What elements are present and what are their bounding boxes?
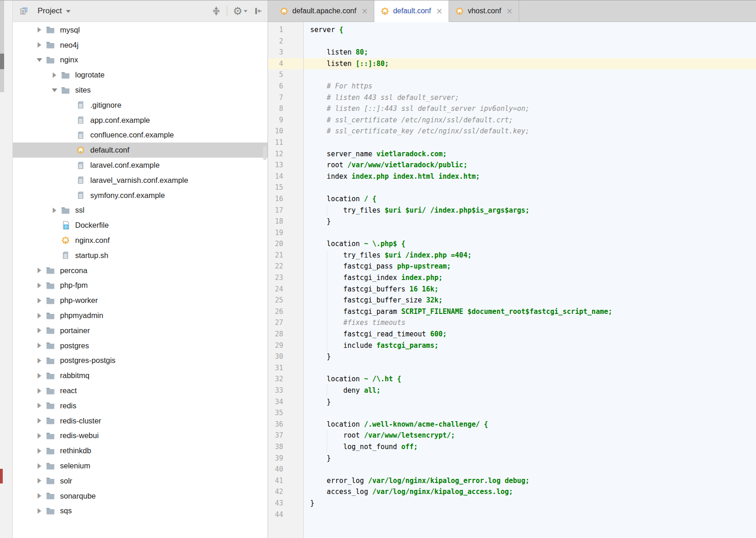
line-number[interactable]: 25 xyxy=(268,295,303,306)
line-number[interactable]: 40 xyxy=(268,464,303,475)
line-number[interactable]: 22 xyxy=(268,261,303,272)
code-line-28[interactable]: fastcgi_read_timeout 600; xyxy=(304,329,756,340)
code-line-5[interactable] xyxy=(304,69,756,81)
tree-item-percona[interactable]: percona xyxy=(13,263,268,278)
line-number[interactable]: 15 xyxy=(268,182,303,193)
code-line-24[interactable]: fastcgi_buffers 16 16k; xyxy=(304,284,756,295)
editor-gutter[interactable]: 1234567891011121314151617181920212223242… xyxy=(268,22,304,538)
tree-item-laravel-varnish-conf-example[interactable]: laravel_varnish.conf.example xyxy=(13,173,268,188)
code-line-35[interactable] xyxy=(304,407,756,419)
collapse-all-icon[interactable] xyxy=(211,6,221,16)
tree-item-phpmyadmin[interactable]: phpmyadmin xyxy=(13,308,268,323)
expand-arrow-icon[interactable] xyxy=(36,358,43,363)
code-area[interactable]: server { listen 80; listen [::]:80; # Fo… xyxy=(304,22,756,538)
line-number[interactable]: 12 xyxy=(268,148,303,160)
expand-arrow-icon[interactable] xyxy=(36,27,43,33)
tree-item-redis-cluster[interactable]: redis-cluster xyxy=(13,413,268,428)
line-number[interactable]: 11 xyxy=(268,137,303,148)
line-number[interactable]: 13 xyxy=(268,159,303,171)
tree-item-rethinkdb[interactable]: rethinkdb xyxy=(13,443,268,458)
line-number[interactable]: 6 xyxy=(268,81,303,92)
tree-item-confluence-conf-example[interactable]: confluence.conf.example xyxy=(13,128,268,143)
expand-arrow-icon[interactable] xyxy=(36,403,43,408)
code-line-32[interactable]: location ~ /\.ht { xyxy=(304,373,756,385)
tree-item--gitignore[interactable]: .gitignore xyxy=(13,98,268,113)
line-number[interactable]: 21 xyxy=(268,250,303,261)
expand-arrow-icon[interactable] xyxy=(36,418,43,423)
line-number[interactable]: 39 xyxy=(268,453,303,464)
tree-item-postgres-postgis[interactable]: postgres-postgis xyxy=(13,353,268,368)
line-number[interactable]: 17 xyxy=(268,205,303,216)
code-line-34[interactable]: } xyxy=(304,396,756,408)
line-number[interactable]: 28 xyxy=(268,329,303,340)
line-number[interactable]: 41 xyxy=(268,475,303,487)
code-line-26[interactable]: fastcgi_param SCRIPT_FILENAME $document_… xyxy=(304,306,756,318)
code-line-31[interactable] xyxy=(304,362,756,374)
tree-item-sqs[interactable]: sqs xyxy=(13,504,268,519)
code-line-17[interactable]: try_files $uri $uri/ /index.php$is_args$… xyxy=(304,205,756,216)
expand-arrow-icon[interactable] xyxy=(36,268,43,273)
tree-item-laravel-conf-example[interactable]: laravel.conf.example xyxy=(13,158,268,173)
line-number[interactable]: 14 xyxy=(268,171,303,182)
expand-arrow-icon[interactable] xyxy=(36,433,43,439)
expand-arrow-icon[interactable] xyxy=(36,313,43,318)
expand-arrow-icon[interactable] xyxy=(36,328,43,333)
line-number[interactable]: 38 xyxy=(268,441,303,453)
settings-gear-icon[interactable]: ⚙ xyxy=(233,6,247,16)
expand-arrow-icon[interactable] xyxy=(36,463,43,469)
expand-arrow-icon[interactable] xyxy=(36,448,43,454)
code-line-7[interactable]: # listen 443 ssl default_server; xyxy=(304,92,756,104)
tool-window-stripe[interactable] xyxy=(0,0,13,538)
line-number[interactable]: 3 xyxy=(268,47,303,58)
close-icon[interactable]: × xyxy=(436,7,443,15)
line-number[interactable]: 30 xyxy=(268,351,303,362)
code-line-29[interactable]: include fastcgi_params; xyxy=(304,340,756,351)
code-line-9[interactable]: # ssl_certificate /etc/nginx/ssl/default… xyxy=(304,115,756,126)
line-number[interactable]: 10 xyxy=(268,126,303,137)
expand-arrow-icon[interactable] xyxy=(51,208,58,213)
code-line-39[interactable]: } xyxy=(304,453,756,464)
tab-default-conf[interactable]: default.conf× xyxy=(374,0,449,22)
line-number[interactable]: 27 xyxy=(268,317,303,329)
expand-arrow-icon[interactable] xyxy=(36,388,43,394)
tree-item-nginx-conf[interactable]: nginx.conf xyxy=(13,233,268,248)
hide-panel-icon[interactable] xyxy=(253,6,263,16)
tree-item-solr[interactable]: solr xyxy=(13,473,268,489)
tree-item-portainer[interactable]: portainer xyxy=(13,323,268,338)
code-line-6[interactable]: # For https xyxy=(304,81,756,92)
line-number[interactable]: 8 xyxy=(268,103,303,115)
code-line-21[interactable]: try_files $uri /index.php =404; xyxy=(304,250,756,261)
expand-arrow-icon[interactable] xyxy=(51,72,58,78)
code-line-19[interactable] xyxy=(304,227,756,239)
tree-item-redis-webui[interactable]: redis-webui xyxy=(13,428,268,444)
code-line-41[interactable]: error_log /var/log/nginx/kipalog_error.l… xyxy=(304,475,756,487)
tree-item-rabbitmq[interactable]: rabbitmq xyxy=(13,368,268,383)
code-line-20[interactable]: location ~ \.php$ { xyxy=(304,238,756,250)
line-number[interactable]: 43 xyxy=(268,498,303,509)
line-number[interactable]: 19 xyxy=(268,227,303,239)
code-line-36[interactable]: location /.well-known/acme-challenge/ { xyxy=(304,419,756,430)
collapse-arrow-icon[interactable] xyxy=(51,88,58,92)
code-line-23[interactable]: fastcgi_index index.php; xyxy=(304,272,756,284)
line-number[interactable]: 37 xyxy=(268,430,303,441)
line-number[interactable]: 23 xyxy=(268,272,303,284)
line-number[interactable]: 33 xyxy=(268,385,303,396)
tab-vhost-conf[interactable]: vhost.conf× xyxy=(449,0,519,22)
line-number[interactable]: 20 xyxy=(268,238,303,250)
tree-item-mysql[interactable]: mysql xyxy=(13,22,268,38)
tree-item-php-fpm[interactable]: php-fpm xyxy=(13,278,268,293)
tree-item-redis[interactable]: redis xyxy=(13,398,268,413)
line-number[interactable]: 18 xyxy=(268,216,303,227)
code-line-15[interactable] xyxy=(304,182,756,193)
code-line-37[interactable]: root /var/www/letsencrypt/; xyxy=(304,430,756,441)
expand-arrow-icon[interactable] xyxy=(36,298,43,303)
code-line-22[interactable]: fastcgi_pass php-upstream; xyxy=(304,261,756,272)
line-number[interactable]: 9 xyxy=(268,115,303,126)
line-number[interactable]: 34 xyxy=(268,396,303,408)
code-line-13[interactable]: root /var/www/vietlaradock/public; xyxy=(304,159,756,171)
expand-arrow-icon[interactable] xyxy=(36,373,43,379)
code-line-12[interactable]: server_name vietlaradock.com; xyxy=(304,148,756,160)
code-line-1[interactable]: server { xyxy=(304,24,756,36)
tree-item-default-conf[interactable]: default.conf xyxy=(13,143,268,158)
tree-item-selenium[interactable]: selenium xyxy=(13,458,268,473)
